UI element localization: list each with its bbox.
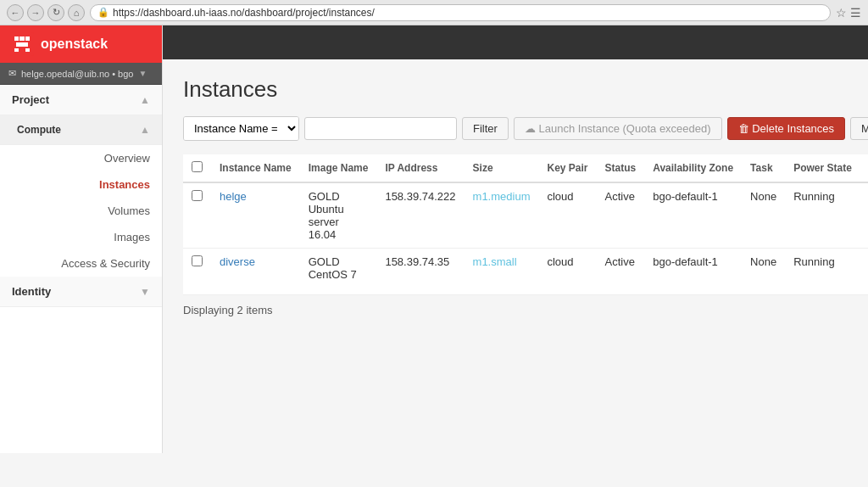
row1-instance-link[interactable]: helge — [220, 190, 247, 203]
lock-icon: 🔒 — [97, 7, 109, 18]
sidebar-section-project-chevron: ▲ — [140, 94, 150, 106]
svg-rect-1 — [19, 36, 25, 41]
delete-instances-button[interactable]: 🗑 Delete Instances — [727, 117, 845, 140]
header-project-chevron[interactable]: ▼ — [138, 69, 147, 78]
sidebar-section-identity[interactable]: Identity ▼ — [0, 277, 162, 307]
browser-bar: ← → ↻ ⌂ 🔒 https://dashboard.uh-iaas.no/d… — [0, 0, 868, 25]
filter-select[interactable]: Instance Name = Instance ID = Status = — [184, 117, 298, 140]
cloud-icon: ☁ — [525, 122, 536, 135]
row1-status: Active — [597, 182, 645, 249]
svg-rect-0 — [14, 36, 19, 41]
row1-time-since-created: 1 week, 5 days — [860, 182, 868, 249]
row1-task: None — [742, 182, 785, 249]
sidebar-subsection-compute[interactable]: Compute ▲ — [0, 115, 162, 145]
svg-rect-5 — [25, 48, 30, 52]
row1-power-state: Running — [785, 182, 860, 249]
filter-input[interactable] — [304, 117, 457, 140]
row2-instance-link[interactable]: diverse — [220, 255, 255, 268]
header-user-icon: ✉ — [8, 68, 16, 79]
sidebar-item-volumes[interactable]: Volumes — [0, 198, 162, 224]
row1-image-name: GOLD Ubuntu server 16.04 — [300, 182, 377, 249]
sidebar-subsection-compute-chevron: ▲ — [140, 124, 150, 136]
sidebar-item-overview[interactable]: Overview — [0, 145, 162, 171]
header-bar: ✉ helge.opedal@uib.no • bgo ▼ — [0, 63, 162, 85]
logo-area: openstack — [0, 25, 162, 63]
svg-rect-2 — [25, 36, 30, 41]
col-header-status: Status — [597, 154, 645, 182]
row2-size: m1.small — [465, 249, 539, 295]
instances-table: Instance Name Image Name IP Address Size — [183, 154, 868, 295]
row2-status: Active — [597, 249, 645, 295]
address-bar[interactable]: 🔒 https://dashboard.uh-iaas.no/dashboard… — [90, 4, 831, 21]
col-header-instance-name: Instance Name — [211, 154, 300, 182]
browser-icons: ☆ ☰ — [836, 6, 861, 20]
row1-size-link[interactable]: m1.medium — [473, 190, 531, 203]
col-header-key-pair: Key Pair — [538, 154, 596, 182]
trash-icon: 🗑 — [738, 122, 749, 135]
more-actions-button[interactable]: More Actions ▼ — [850, 117, 868, 140]
row2-checkbox[interactable] — [192, 255, 203, 266]
row2-availability-zone: bgo-default-1 — [644, 249, 742, 295]
toolbar: Instance Name = Instance ID = Status = F… — [183, 116, 868, 141]
sidebar-section-project[interactable]: Project ▲ — [0, 85, 162, 115]
sidebar-item-access-security[interactable]: Access & Security — [0, 250, 162, 277]
page-title: Instances — [183, 76, 868, 103]
row2-size-link[interactable]: m1.small — [473, 255, 517, 268]
sidebar-section-identity-chevron: ▼ — [140, 286, 150, 298]
back-button[interactable]: ← — [7, 4, 24, 21]
select-all-checkbox[interactable] — [192, 161, 203, 172]
row1-checkbox-cell — [183, 182, 211, 249]
row1-key-pair: cloud — [538, 182, 596, 249]
sidebar-item-images[interactable]: Images — [0, 224, 162, 250]
col-header-size: Size — [465, 154, 539, 182]
row2-image-name: GOLD CentOS 7 — [300, 249, 377, 295]
col-header-time-since-created: Time since created — [860, 154, 868, 182]
row1-checkbox[interactable] — [192, 190, 203, 201]
filter-select-wrap[interactable]: Instance Name = Instance ID = Status = — [183, 116, 299, 141]
col-header-ip-address: IP Address — [376, 154, 464, 182]
row2-key-pair: cloud — [538, 249, 596, 295]
row1-availability-zone: bgo-default-1 — [644, 182, 742, 249]
table-row: diverse GOLD CentOS 7 158.39.74.35 m1.sm… — [183, 249, 868, 295]
header-project-label: helge.opedal@uib.no • bgo — [21, 69, 133, 79]
bookmark-icon[interactable]: ☰ — [850, 6, 861, 20]
row1-ip-address: 158.39.74.222 — [376, 182, 464, 249]
select-all-header — [183, 154, 211, 182]
openstack-logo-icon — [10, 32, 34, 56]
url-text: https://dashboard.uh-iaas.no/dashboard/p… — [113, 7, 375, 19]
row2-ip-address: 158.39.74.35 — [376, 249, 464, 295]
home-button[interactable]: ⌂ — [68, 4, 85, 21]
top-header: ☺ Helge.Opedal@uib.no ▼ None ▼ — [163, 25, 868, 59]
svg-rect-4 — [14, 48, 19, 52]
launch-instance-button: ☁ Launch Instance (Quota exceeded) — [514, 117, 722, 140]
filter-button[interactable]: Filter — [462, 117, 509, 140]
sidebar: openstack ✉ helge.opedal@uib.no • bgo ▼ … — [0, 25, 163, 453]
row2-power-state: Running — [785, 249, 860, 295]
main-content: Instances Instance Name = Instance ID = … — [163, 59, 868, 453]
col-header-power-state: Power State — [785, 154, 860, 182]
sidebar-section-identity-label: Identity — [12, 285, 51, 298]
displaying-count: Displaying 2 items — [183, 304, 868, 316]
col-header-availability-zone: Availability Zone — [644, 154, 742, 182]
table-row: helge GOLD Ubuntu server 16.04 158.39.74… — [183, 182, 868, 249]
row1-instance-name: helge — [211, 182, 300, 249]
refresh-button[interactable]: ↻ — [47, 4, 64, 21]
sidebar-subsection-compute-label: Compute — [17, 124, 61, 136]
row1-size: m1.medium — [465, 182, 539, 249]
app-layout: openstack ✉ helge.opedal@uib.no • bgo ▼ … — [0, 25, 868, 453]
col-header-image-name: Image Name — [300, 154, 377, 182]
sidebar-item-instances[interactable]: Instances — [0, 171, 162, 198]
svg-rect-3 — [16, 42, 28, 47]
col-header-task: Task — [742, 154, 785, 182]
sidebar-section-project-label: Project — [12, 93, 49, 106]
forward-button[interactable]: → — [27, 4, 44, 21]
row2-time-since-created: 2 months, 3 weeks — [860, 249, 868, 295]
star-icon[interactable]: ☆ — [836, 6, 847, 20]
logo-text: openstack — [41, 36, 108, 52]
row2-task: None — [742, 249, 785, 295]
row2-instance-name: diverse — [211, 249, 300, 295]
row2-checkbox-cell — [183, 249, 211, 295]
